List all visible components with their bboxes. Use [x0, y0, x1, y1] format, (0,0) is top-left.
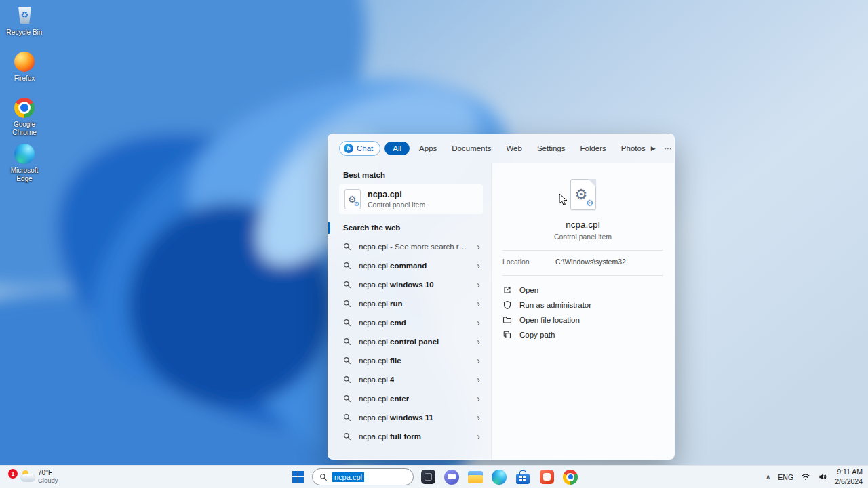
- chevron-right-icon: [477, 356, 480, 365]
- chrome-icon: [563, 470, 578, 485]
- action-item[interactable]: Open file location: [502, 312, 663, 327]
- search-icon: [343, 357, 351, 365]
- volume-icon[interactable]: [818, 472, 827, 481]
- desktop-icon-label: Google Chrome: [3, 121, 45, 136]
- preview-title: ncpa.cpl: [502, 220, 663, 230]
- search-filter-tab[interactable]: Photos: [616, 142, 651, 155]
- start-button[interactable]: [288, 468, 307, 487]
- search-filter-tab[interactable]: Chat: [339, 141, 380, 156]
- search-icon: [319, 473, 328, 481]
- location-label: Location: [502, 258, 555, 266]
- shield-icon: [502, 300, 512, 310]
- chevron-right-icon: [477, 261, 480, 270]
- search-suggestion[interactable]: ncpa.cpl enter: [339, 389, 483, 408]
- tabbar-extra: ▶ ⋯ b: [651, 141, 675, 156]
- folder-icon: [502, 315, 512, 325]
- search-icon: [343, 300, 351, 308]
- search-suggestion[interactable]: ncpa.cpl run: [339, 294, 483, 313]
- web-suggestion-list: ncpa.cpl - See more search results ncpa.…: [339, 237, 483, 446]
- search-filter-tab[interactable]: Apps: [414, 142, 442, 155]
- desktop-icon-label: Recycle Bin: [7, 28, 43, 37]
- action-item[interactable]: Copy path: [502, 327, 663, 342]
- chevron-right-icon: [477, 299, 480, 308]
- divider: [502, 275, 663, 276]
- chevron-right-icon: [477, 280, 480, 289]
- chevron-right-icon: [477, 318, 480, 327]
- red-app-icon: [540, 470, 554, 484]
- search-suggestion[interactable]: ncpa.cpl windows 10: [339, 275, 483, 294]
- chevron-right-icon: [477, 337, 480, 346]
- search-input-selected-text: ncpa.cpl: [332, 472, 364, 482]
- tab-label: Chat: [357, 144, 373, 152]
- desktop-icon[interactable]: Microsoft Edge: [3, 141, 46, 184]
- taskbar-search-box[interactable]: ncpa.cpl: [312, 468, 414, 485]
- best-match-result[interactable]: ncpa.cpl Control panel item: [339, 184, 483, 214]
- chat-bubble-icon: [444, 470, 459, 485]
- app-icon-red[interactable]: [537, 468, 556, 487]
- action-label: Open: [519, 286, 538, 294]
- action-list: Open Run as administrator Open file loca…: [502, 283, 663, 342]
- app-logo-icon: [13, 96, 36, 119]
- app-logo-icon: [13, 50, 36, 73]
- search-suggestion[interactable]: ncpa.cpl command: [339, 256, 483, 275]
- tab-label: Settings: [537, 144, 566, 152]
- file-explorer-button[interactable]: [466, 468, 485, 487]
- desktop-icon[interactable]: Google Chrome: [3, 95, 46, 138]
- search-web-header: Search the web: [343, 224, 483, 232]
- desktop-icon[interactable]: Recycle Bin: [3, 3, 46, 46]
- tab-label: All: [393, 144, 401, 152]
- search-suggestion[interactable]: ncpa.cpl control panel: [339, 332, 483, 351]
- action-item[interactable]: Run as administrator: [502, 298, 663, 312]
- copy-icon: [502, 330, 512, 340]
- cloudy-weather-icon: [21, 472, 35, 482]
- system-tray: ∧ ENG 9:11 AM 2/6/2024: [766, 466, 863, 488]
- search-icon: [343, 281, 351, 289]
- search-filter-tab[interactable]: Web: [500, 142, 527, 155]
- tab-label: Web: [506, 144, 521, 152]
- search-suggestion[interactable]: ncpa.cpl 4: [339, 370, 483, 389]
- teams-chat-button[interactable]: [442, 468, 461, 487]
- tab-label: Documents: [452, 144, 491, 152]
- desktop-icon[interactable]: Firefox: [3, 49, 46, 92]
- bing-icon: [344, 144, 353, 153]
- app-icon-dark[interactable]: [418, 468, 437, 487]
- taskbar: 1 70°F Cloudy ncpa.cpl: [0, 465, 868, 488]
- search-filter-tab[interactable]: Folders: [574, 142, 611, 155]
- options-ellipsis-button[interactable]: ⋯: [665, 144, 672, 153]
- search-icon: [343, 394, 351, 403]
- store-bag-icon: [516, 474, 530, 484]
- search-filter-tab[interactable]: Documents: [446, 142, 496, 155]
- search-filter-tab[interactable]: All: [384, 142, 410, 155]
- search-suggestion[interactable]: ncpa.cpl full form: [339, 427, 483, 446]
- language-indicator[interactable]: ENG: [778, 473, 793, 481]
- preview-pane: ncpa.cpl Control panel item Location C:\…: [491, 163, 674, 459]
- chevron-right-icon: [477, 375, 480, 384]
- edge-button[interactable]: [490, 468, 509, 487]
- tray-time: 9:11 AM: [837, 468, 863, 476]
- search-suggestion[interactable]: ncpa.cpl cmd: [339, 313, 483, 332]
- search-suggestion[interactable]: ncpa.cpl file: [339, 351, 483, 370]
- tab-label: Photos: [621, 144, 646, 152]
- microsoft-store-button[interactable]: [513, 468, 532, 487]
- weather-condition: Cloudy: [38, 477, 58, 485]
- location-value: C:\Windows\system32: [555, 258, 626, 266]
- app-logo-icon: [13, 142, 36, 165]
- wifi-icon[interactable]: [801, 472, 810, 481]
- chevron-right-icon: [477, 432, 480, 441]
- action-label: Open file location: [519, 316, 580, 324]
- action-item[interactable]: Open: [502, 283, 663, 298]
- search-suggestion[interactable]: ncpa.cpl windows 11: [339, 408, 483, 427]
- clock[interactable]: 9:11 AM 2/6/2024: [835, 468, 863, 485]
- weather-widget[interactable]: 1 70°F Cloudy: [4, 466, 62, 488]
- search-icon: [343, 375, 351, 384]
- best-match-header: Best match: [343, 171, 483, 179]
- search-filter-tab[interactable]: Settings: [532, 142, 571, 155]
- tray-date: 2/6/2024: [835, 477, 863, 486]
- chevron-up-icon[interactable]: ∧: [766, 473, 770, 481]
- more-filters-play-button[interactable]: ▶: [651, 145, 656, 152]
- search-icon: [343, 432, 351, 441]
- action-label: Copy path: [519, 331, 555, 339]
- search-suggestion[interactable]: ncpa.cpl - See more search results: [339, 237, 483, 256]
- chrome-button[interactable]: [561, 468, 580, 487]
- chevron-right-icon: [477, 413, 480, 422]
